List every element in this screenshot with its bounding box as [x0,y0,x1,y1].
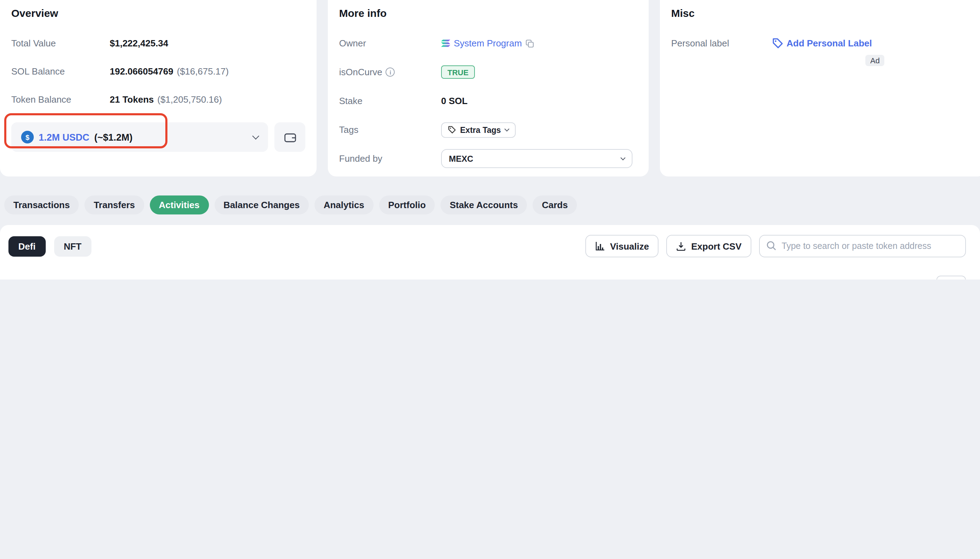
visualize-label: Visualize [610,241,649,251]
overview-title: Overview [11,7,305,19]
isoncurve-badge: TRUE [441,65,475,79]
export-csv-button[interactable]: Export CSV [667,235,752,257]
tag-icon [448,126,456,134]
page: Overview Total Value $1,222,425.34 SOL B… [0,0,980,280]
tags-row: Tags Extra Tags [339,115,637,144]
copy-icon[interactable] [526,39,534,48]
misc-title: Misc [671,7,974,19]
tab-balance-changes[interactable]: Balance Changes [214,195,309,215]
search-input[interactable] [759,235,966,257]
token-portfolio-button[interactable] [275,122,305,152]
more-info-card: More info Owner System Program isOnCurve… [328,0,649,177]
sol-balance-label: SOL Balance [11,66,110,76]
sol-balance: 192.066054769 [110,66,174,76]
tab-stake-accounts[interactable]: Stake Accounts [440,195,527,215]
activities-toolbar: Defi NFT Visualize Export CSV [0,225,980,257]
tab-activities[interactable]: Activities [150,195,209,215]
personal-label: Personal label [671,38,773,48]
owner-link[interactable]: System Program [454,38,522,48]
total-value-row: Total Value $1,222,425.34 [11,29,305,57]
tab-cards[interactable]: Cards [533,195,577,215]
token-selector-value: 1.2M USDC [39,132,89,142]
download-icon [676,241,686,251]
token-selector-dropdown[interactable]: 1.2M USDC (~$1.2M) [11,122,268,152]
table-settings-button[interactable] [936,276,966,280]
bar-chart-icon [595,241,605,251]
defi-filter-button[interactable]: Defi [8,236,45,256]
info-icon[interactable] [386,68,395,77]
nft-filter-button[interactable]: NFT [54,236,91,256]
stake-value: 0 SOL [441,96,467,106]
misc-card: Misc Personal label Add Personal Label A… [660,0,980,177]
usdc-icon [21,131,34,144]
chevron-down-icon [621,155,626,160]
chevron-down-icon [253,132,260,139]
token-balance-usd: ($1,205,750.16) [157,94,222,104]
add-personal-label-link[interactable]: Add Personal Label [786,38,872,48]
funded-by-row: Funded by MEXC [339,144,637,173]
total-value: $1,222,425.34 [110,38,168,48]
export-csv-label: Export CSV [691,241,742,251]
tab-transactions[interactable]: Transactions [4,195,79,215]
funded-by-value: MEXC [449,154,473,164]
wallet-icon [284,132,296,142]
ad-badge: Ad [865,55,885,66]
token-balance: 21 Tokens [110,94,154,104]
token-balance-label: Token Balance [11,94,110,104]
sol-balance-usd: ($16,675.17) [177,66,228,76]
personal-label-row: Personal label Add Personal Label [671,29,974,57]
stake-row: Stake 0 SOL [339,86,637,115]
isoncurve-label: isOnCurve [339,67,382,77]
token-selector-approx: (~$1.2M) [94,132,132,142]
activities-panel: Defi NFT Visualize Export CSV [0,225,980,280]
search-icon [766,240,777,251]
extra-tags-label: Extra Tags [460,126,501,134]
funded-by-label: Funded by [339,153,441,164]
tags-label: Tags [339,124,441,135]
tab-portfolio[interactable]: Portfolio [379,195,435,215]
more-info-title: More info [339,7,637,19]
owner-label: Owner [339,38,441,48]
owner-row: Owner System Program [339,29,637,58]
tag-icon [773,38,783,48]
token-balance-row: Token Balance 21 Tokens ($1,205,750.16) [11,85,305,113]
solana-program-icon [441,40,450,47]
extra-tags-button[interactable]: Extra Tags [441,122,516,137]
overview-card: Overview Total Value $1,222,425.34 SOL B… [0,0,316,177]
tab-analytics[interactable]: Analytics [315,195,374,215]
account-tabs: Transactions Transfers Activities Balanc… [4,195,577,215]
visualize-button[interactable]: Visualize [585,235,659,257]
isoncurve-row: isOnCurve TRUE [339,58,637,86]
sol-balance-row: SOL Balance 192.066054769 ($16,675.17) [11,57,305,85]
stake-label: Stake [339,96,441,106]
funded-by-select[interactable]: MEXC [441,149,632,168]
total-value-label: Total Value [11,38,110,48]
tab-transfers[interactable]: Transfers [84,195,144,215]
chevron-down-icon [505,127,509,131]
